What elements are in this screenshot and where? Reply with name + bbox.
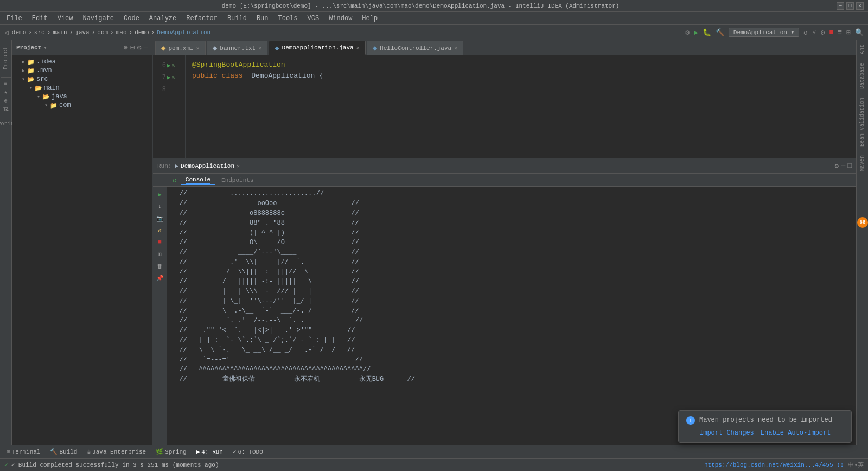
settings-icon[interactable]: ≡ (838, 28, 842, 36)
coverage-icon[interactable]: ⚡ (812, 28, 816, 37)
orange-circle[interactable]: 68 (857, 217, 868, 228)
tab-close-demo[interactable]: ✕ (356, 44, 360, 51)
run-pin-btn[interactable]: 📌 (155, 272, 165, 283)
run-stop-btn[interactable]: ■ (155, 237, 165, 247)
breadcrumb-demo2[interactable]: demo (135, 29, 149, 36)
breadcrumb-mao[interactable]: mao (116, 29, 127, 36)
tree-item-main[interactable]: ▾ 📂 main (12, 84, 152, 92)
tab-banner-txt[interactable]: ◆ banner.txt ✕ (207, 41, 267, 55)
right-sidebar-bean[interactable]: Bean Validation (858, 96, 866, 149)
tree-item-idea[interactable]: ▶ 📁 .idea (12, 58, 152, 66)
run-start-btn[interactable]: ▶ (155, 189, 165, 200)
run-screenshot-btn[interactable]: 📷 (155, 213, 165, 224)
run-settings-icon[interactable]: ⚙ (835, 162, 839, 170)
run-app-close[interactable]: ✕ (237, 163, 240, 169)
panel-settings-btn[interactable]: ⚙ (137, 43, 141, 52)
tab-close-pom[interactable]: ✕ (196, 45, 200, 52)
breadcrumb-main[interactable]: main (53, 29, 67, 36)
run-icon[interactable]: ▶ (694, 28, 698, 37)
right-sidebar-ant[interactable]: Ant (858, 42, 866, 56)
breadcrumb-java[interactable]: java (75, 29, 89, 36)
breadcrumb-class[interactable]: DemoApplication (157, 29, 210, 36)
stop-icon[interactable]: ■ (829, 28, 834, 36)
run-trash-btn[interactable]: 🗑 (155, 260, 165, 271)
find-icon[interactable]: 🔍 (855, 28, 864, 37)
sidebar-structure-icon[interactable]: ≡ (4, 81, 7, 87)
sidebar-web-icon[interactable]: ⊕ (4, 98, 7, 104)
minimize-button[interactable]: ─ (837, 2, 844, 10)
bottom-tab-todo[interactable]: ✓ 6: TODO (228, 447, 267, 456)
menu-analyze[interactable]: Analyze (145, 14, 181, 23)
run-gutter-icon-6[interactable]: ▶ (167, 60, 171, 72)
console-output[interactable]: // ......................// // _ooOoo_ /… (167, 187, 856, 445)
run-header-controls: ⚙ ─ □ (835, 162, 852, 170)
status-url[interactable]: https://blog.csdn.net/weixin...4/455 ↕↕ (704, 462, 844, 468)
run-tab-endpoints[interactable]: Endpoints (217, 176, 258, 184)
bottom-tab-java-enterprise[interactable]: ☕ Java Enterprise (82, 447, 150, 456)
breadcrumb-demo[interactable]: demo (12, 29, 26, 36)
run-app-tab[interactable]: DemoApplication (181, 163, 234, 169)
close-button[interactable]: ✕ (856, 2, 864, 10)
run-app-icon[interactable]: ▶ (175, 162, 178, 169)
tree-item-src[interactable]: ▾ 📂 src (12, 75, 152, 84)
run-gutter-icon-7[interactable]: ▶ (167, 72, 171, 84)
reload-icon[interactable]: ↺ (803, 28, 808, 37)
enable-auto-import-link[interactable]: Enable Auto-Import (761, 429, 831, 437)
panel-collapse-btn[interactable]: ⊟ (130, 43, 135, 52)
tree-item-mvn[interactable]: ▶ 📁 .mvn (12, 66, 152, 75)
debug-icon[interactable]: 🐛 (703, 28, 711, 37)
run-layout-btn[interactable]: ⊞ (155, 249, 165, 259)
build-icon[interactable]: 🔨 (716, 28, 724, 37)
sidebar-project-label[interactable]: Project (2, 42, 10, 74)
run-restart-icon[interactable]: ↺ (173, 176, 177, 184)
run-config-selector[interactable]: DemoApplication ▾ (729, 28, 799, 37)
title-bar-controls: ─ □ ✕ (837, 2, 864, 10)
maximize-button[interactable]: □ (846, 2, 854, 10)
bottom-tab-spring[interactable]: 🌿 Spring (151, 447, 191, 456)
bottom-tab-build[interactable]: 🔨 Build (46, 447, 81, 456)
breadcrumb-src[interactable]: src (34, 29, 45, 36)
sidebar-fav-icon[interactable]: ★ (4, 89, 7, 96)
menu-refactor[interactable]: Refactor (182, 14, 222, 23)
debug-gutter-icon-7[interactable]: ↻ (172, 72, 176, 84)
menu-file[interactable]: File (2, 14, 27, 23)
debug-gutter-icon-6[interactable]: ↻ (172, 60, 176, 72)
menu-vcs[interactable]: VCS (303, 14, 324, 23)
menu-help[interactable]: Help (358, 14, 382, 23)
tab-demo-application[interactable]: ◆ DemoApplication.java ✕ (269, 41, 366, 55)
menu-edit[interactable]: Edit (28, 14, 52, 23)
run-scroll-btn[interactable]: ↓ (155, 201, 165, 212)
right-sidebar-maven[interactable]: Maven (858, 153, 866, 174)
menu-window[interactable]: Window (324, 14, 356, 23)
menu-view[interactable]: View (53, 14, 78, 23)
run-reload-btn[interactable]: ↺ (155, 225, 165, 236)
search-icon[interactable]: ⚙ (685, 28, 690, 37)
panel-close-btn[interactable]: ─ (144, 43, 148, 52)
tree-item-com[interactable]: ▾ 📁 com (12, 101, 152, 110)
menu-code[interactable]: Code (119, 14, 144, 23)
menu-run[interactable]: Run (252, 14, 273, 23)
breadcrumb-com[interactable]: com (97, 29, 108, 36)
bottom-tab-terminal[interactable]: ⌨ Terminal (2, 447, 44, 456)
sidebar-struct2-icon[interactable]: 🏗 (3, 106, 9, 113)
tab-close-banner[interactable]: ✕ (258, 45, 261, 52)
tab-hello-controller[interactable]: ◆ HelloController.java ✕ (367, 41, 464, 55)
panel-add-btn[interactable]: ⊕ (123, 43, 127, 52)
run-tab-console[interactable]: Console (181, 175, 215, 185)
sidebar-icon[interactable]: ⊞ (846, 28, 851, 37)
import-changes-link[interactable]: Import Changes (699, 429, 754, 437)
run-minimize-icon[interactable]: ─ (841, 162, 845, 170)
menu-tools[interactable]: Tools (274, 14, 302, 23)
menu-navigate[interactable]: Navigate (78, 14, 118, 23)
run-maximize-icon[interactable]: □ (847, 162, 852, 170)
menu-build[interactable]: Build (223, 14, 251, 23)
code-area[interactable]: @SpringBootApplication public class Demo… (186, 55, 856, 158)
tree-item-java[interactable]: ▾ 📂 java (12, 92, 152, 101)
bottom-tab-run[interactable]: ▶ 4: Run (192, 447, 227, 456)
tab-pom-xml[interactable]: ◆ pom.xml ✕ (155, 41, 206, 55)
tab-close-hello[interactable]: ✕ (454, 45, 457, 52)
profile-icon[interactable]: ⚙ (821, 28, 825, 37)
right-sidebar-database[interactable]: Database (858, 61, 866, 91)
project-dropdown-icon[interactable]: ▾ (43, 44, 47, 51)
nav-back-icon[interactable]: ◁ (4, 28, 9, 37)
